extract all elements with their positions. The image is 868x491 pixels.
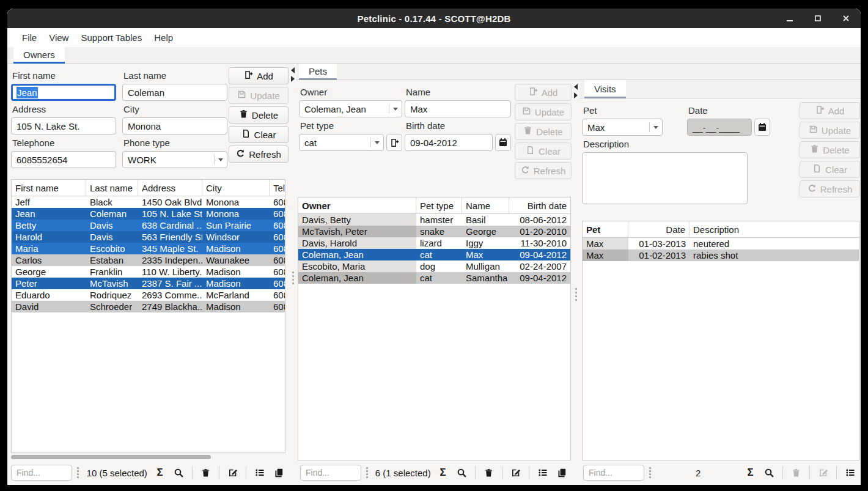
visits-find-input[interactable]: Find... xyxy=(583,465,644,481)
table-row[interactable]: Davis, BettyhamsterBasil08-06-2012 xyxy=(298,214,570,226)
clear-button[interactable]: Clear xyxy=(800,161,860,178)
tab-owners[interactable]: Owners xyxy=(13,47,65,63)
column-header[interactable]: Date xyxy=(628,221,690,237)
clear-button[interactable]: Clear xyxy=(229,126,289,143)
sum-icon[interactable]: Σ xyxy=(745,467,756,479)
menu-file[interactable]: File xyxy=(16,30,43,45)
table-row[interactable]: Coleman, JeancatMax09-04-2012 xyxy=(298,249,570,260)
calendar-icon[interactable] xyxy=(495,134,511,151)
close-icon[interactable] xyxy=(840,12,852,24)
column-header[interactable]: First name xyxy=(12,180,86,196)
trash-icon[interactable] xyxy=(790,467,802,479)
collapse-right-icon[interactable] xyxy=(574,92,578,98)
column-header[interactable]: Address xyxy=(138,180,202,196)
table-row[interactable]: JeffBlack1450 Oak Blvd.Monona6085 xyxy=(12,196,285,208)
table-row[interactable]: McTavish, PetersnakeGeorge01-20-2010 xyxy=(298,226,570,237)
pet-type-select[interactable]: cat xyxy=(299,134,384,151)
table-row[interactable]: BettyDavis638 Cardinal ...Sun Prairie608… xyxy=(12,220,285,231)
visit-pet-select[interactable]: Max xyxy=(582,119,663,136)
menu-support-tables[interactable]: Support Tables xyxy=(75,30,148,45)
calendar-icon[interactable] xyxy=(754,119,770,136)
delete-button[interactable]: Delete xyxy=(515,123,572,140)
trash-icon[interactable] xyxy=(200,467,211,479)
add-button[interactable]: Add xyxy=(800,102,860,119)
clear-button[interactable]: Clear xyxy=(515,142,572,160)
column-header[interactable]: Description xyxy=(690,221,859,237)
edit-icon[interactable] xyxy=(510,467,521,479)
table-row[interactable]: MariaEscobito345 Maple St.Madison6085 xyxy=(12,243,285,254)
add-button[interactable]: Add xyxy=(229,67,289,84)
search-icon[interactable] xyxy=(456,467,468,479)
update-button[interactable]: Update xyxy=(515,103,572,120)
table-row[interactable]: EduardoRodriquez2693 Comme...McFarland60… xyxy=(12,289,285,301)
column-header[interactable]: Tele xyxy=(270,180,285,196)
last-name-field[interactable]: Coleman xyxy=(122,84,227,101)
refresh-button[interactable]: Refresh xyxy=(800,180,860,198)
owner-select[interactable]: Coleman, Jean xyxy=(299,100,402,117)
maximize-icon[interactable] xyxy=(812,12,824,24)
horizontal-scrollbar[interactable] xyxy=(11,453,285,460)
collapse-left-icon[interactable] xyxy=(291,67,295,73)
collapse-right-icon[interactable] xyxy=(291,76,295,82)
splitter-owners-pets[interactable] xyxy=(289,64,296,485)
column-header[interactable]: Pet type xyxy=(416,198,462,213)
tab-pets[interactable]: Pets xyxy=(299,64,337,79)
table-row[interactable]: GeorgeFranklin110 W. Liberty...Madison60… xyxy=(12,266,285,278)
add-pet-type-button[interactable] xyxy=(386,134,402,151)
copy-icon[interactable] xyxy=(556,467,567,479)
birth-date-field[interactable]: 09-04-2012 xyxy=(405,134,493,151)
delete-button[interactable]: Delete xyxy=(229,106,289,124)
add-button[interactable]: Add xyxy=(515,84,572,101)
refresh-button[interactable]: Refresh xyxy=(229,146,289,163)
update-button[interactable]: Update xyxy=(229,87,289,104)
visit-date-field[interactable]: __-__-____ xyxy=(687,119,752,136)
list-icon[interactable] xyxy=(844,467,856,479)
owners-find-input[interactable]: Find... xyxy=(11,465,72,481)
search-icon[interactable] xyxy=(173,467,185,479)
minimize-icon[interactable] xyxy=(784,12,796,24)
table-row[interactable]: Davis, HaroldlizardIggy11-30-2010 xyxy=(298,237,570,249)
table-row[interactable]: PeterMcTavish2387 S. Fair ...Madison6085 xyxy=(12,278,285,289)
city-field[interactable]: Monona xyxy=(122,117,227,135)
column-header[interactable]: Pet xyxy=(583,221,628,237)
description-textarea[interactable] xyxy=(582,152,748,204)
copy-icon[interactable] xyxy=(273,467,284,479)
table-row[interactable]: Coleman, JeancatSamantha09-04-2012 xyxy=(298,272,570,284)
trash-icon[interactable] xyxy=(483,467,495,479)
first-name-field[interactable]: Jean xyxy=(11,84,116,101)
splitter-grip[interactable] xyxy=(292,271,294,284)
tab-visits[interactable]: Visits xyxy=(584,80,626,98)
menu-help[interactable]: Help xyxy=(148,30,179,45)
list-icon[interactable] xyxy=(254,467,265,479)
delete-button[interactable]: Delete xyxy=(800,141,860,158)
column-header[interactable]: Owner xyxy=(298,198,416,213)
splitter-pets-visits[interactable] xyxy=(572,80,579,485)
column-header[interactable]: Name xyxy=(462,198,509,213)
pets-find-input[interactable]: Find... xyxy=(300,465,361,481)
table-row[interactable]: Max01-03-2013neutered xyxy=(583,238,859,249)
scrollbar-thumb[interactable] xyxy=(11,455,211,459)
table-row[interactable]: JeanColeman105 N. Lake St.Monona6085 xyxy=(12,208,285,220)
list-icon[interactable] xyxy=(537,467,548,479)
telephone-field[interactable]: 6085552654 xyxy=(11,151,116,168)
edit-icon[interactable] xyxy=(817,467,829,479)
refresh-button[interactable]: Refresh xyxy=(515,162,572,179)
update-button[interactable]: Update xyxy=(800,122,860,139)
edit-icon[interactable] xyxy=(227,467,238,479)
collapse-left-icon[interactable] xyxy=(574,84,578,90)
address-field[interactable]: 105 N. Lake St. xyxy=(11,117,116,135)
table-row[interactable]: HaroldDavis563 Friendly St.Windsor6085 xyxy=(12,231,285,243)
sum-icon[interactable]: Σ xyxy=(437,467,449,479)
table-row[interactable]: CarlosEstaban2335 Indepen...Waunakee6085 xyxy=(12,254,285,266)
splitter-grip[interactable] xyxy=(575,288,577,301)
column-header[interactable]: City xyxy=(202,180,270,196)
column-header[interactable]: Last name xyxy=(86,180,138,196)
menu-view[interactable]: View xyxy=(43,30,75,45)
search-icon[interactable] xyxy=(763,467,775,479)
phone-type-select[interactable]: WORK xyxy=(122,151,227,168)
table-row[interactable]: Escobito, MariadogMulligan02-24-2007 xyxy=(298,260,570,272)
table-row[interactable]: Max01-02-2013rabies shot xyxy=(583,249,859,261)
column-header[interactable]: Birth date xyxy=(509,198,570,213)
table-row[interactable]: DavidSchroeder2749 Blackha...Madison6085 xyxy=(12,301,285,312)
sum-icon[interactable]: Σ xyxy=(154,467,166,479)
